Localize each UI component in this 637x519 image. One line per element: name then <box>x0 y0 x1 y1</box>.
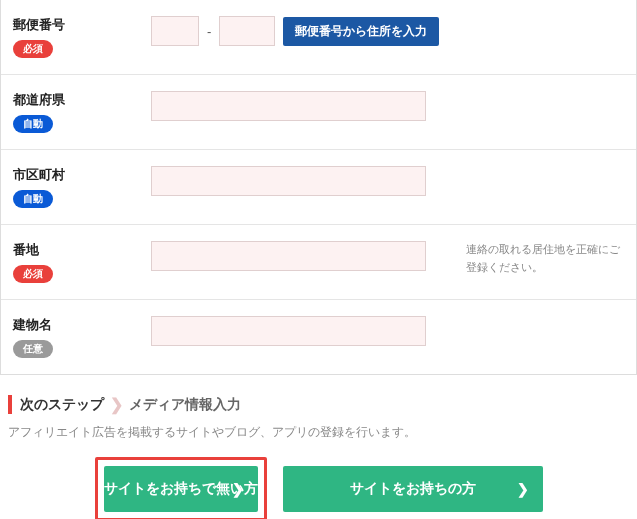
badge-auto: 自動 <box>13 190 53 208</box>
have-site-button[interactable]: サイトをお持ちの方 ❯ <box>283 466 543 512</box>
badge-auto: 自動 <box>13 115 53 133</box>
label-city: 市区町村 <box>13 166 65 184</box>
label-street: 番地 <box>13 241 39 259</box>
input-col-postal: - 郵便番号から住所を入力 <box>151 16 636 46</box>
street-hint: 連絡の取れる居住地を正確にご登録ください。 <box>466 241 636 276</box>
postal-lookup-button[interactable]: 郵便番号から住所を入力 <box>283 17 439 46</box>
building-input[interactable] <box>151 316 426 346</box>
site-button-row: サイトをお持ちで無い方 ❯ サイトをお持ちの方 ❯ <box>8 457 629 519</box>
postal-code-2-input[interactable] <box>219 16 275 46</box>
label-building: 建物名 <box>13 316 52 334</box>
have-site-button-label: サイトをお持ちの方 <box>350 480 476 498</box>
label-col-building: 建物名 任意 <box>1 316 151 358</box>
input-col-city <box>151 166 636 196</box>
next-step-desc: アフィリエイト広告を掲載するサイトやブログ、アプリの登録を行います。 <box>8 424 629 441</box>
label-postal: 郵便番号 <box>13 16 65 34</box>
no-site-button[interactable]: サイトをお持ちで無い方 ❯ <box>104 466 258 512</box>
input-col-prefecture <box>151 91 636 121</box>
street-input[interactable] <box>151 241 426 271</box>
input-col-street <box>151 241 466 271</box>
label-col-postal: 郵便番号 必須 <box>1 16 151 58</box>
city-input[interactable] <box>151 166 426 196</box>
next-step-header: 次のステップ ❯ メディア情報入力 <box>8 395 629 414</box>
row-street: 番地 必須 連絡の取れる居住地を正確にご登録ください。 <box>1 224 636 299</box>
highlight-frame: サイトをお持ちで無い方 ❯ <box>95 457 267 519</box>
postal-code-1-input[interactable] <box>151 16 199 46</box>
prefecture-input[interactable] <box>151 91 426 121</box>
label-col-street: 番地 必須 <box>1 241 151 283</box>
row-postal: 郵便番号 必須 - 郵便番号から住所を入力 <box>1 0 636 74</box>
label-prefecture: 都道府県 <box>13 91 65 109</box>
chevron-right-icon: ❯ <box>110 395 123 414</box>
postal-dash: - <box>207 24 211 39</box>
row-city: 市区町村 自動 <box>1 149 636 224</box>
input-col-building <box>151 316 636 346</box>
next-step-label: 次のステップ <box>20 396 104 414</box>
row-prefecture: 都道府県 自動 <box>1 74 636 149</box>
next-step-sub: メディア情報入力 <box>129 396 241 414</box>
chevron-right-icon: ❯ <box>232 481 244 497</box>
address-form: 郵便番号 必須 - 郵便番号から住所を入力 都道府県 自動 市区町村 自動 <box>0 0 637 375</box>
row-building: 建物名 任意 <box>1 299 636 374</box>
badge-required: 必須 <box>13 40 53 58</box>
next-step-section: 次のステップ ❯ メディア情報入力 アフィリエイト広告を掲載するサイトやブログ、… <box>0 375 637 519</box>
badge-optional: 任意 <box>13 340 53 358</box>
label-col-city: 市区町村 自動 <box>1 166 151 208</box>
label-col-prefecture: 都道府県 自動 <box>1 91 151 133</box>
chevron-right-icon: ❯ <box>517 481 529 497</box>
badge-required: 必須 <box>13 265 53 283</box>
